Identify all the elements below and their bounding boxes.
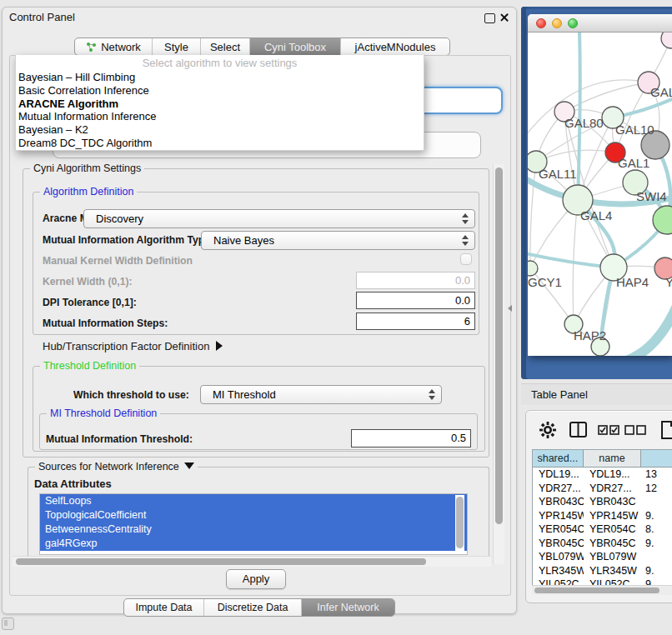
scrollbar-thumb[interactable] — [456, 497, 464, 548]
which-threshold-combo[interactable]: MI Threshold — [200, 385, 442, 404]
table-cell[interactable]: 9. — [642, 564, 672, 578]
network-window-titlebar[interactable] — [528, 14, 672, 32]
data-attributes-list[interactable]: SelfLoopsTopologicalCoefficientBetweenne… — [39, 493, 468, 555]
hub-definition-toggle[interactable]: Hub/Transcription Factor Definition — [43, 340, 223, 352]
mi-steps-field[interactable]: 6 — [356, 312, 475, 330]
table-cell[interactable]: 9. — [642, 509, 672, 523]
float-icon[interactable] — [484, 13, 495, 23]
table-cell[interactable]: YLR345W — [584, 564, 642, 578]
table-row[interactable]: YBL079WYBL079W — [533, 550, 672, 564]
algorithm-dropdown-popup: Select algorithm to view settings Bayesi… — [15, 55, 424, 151]
network-canvas[interactable]: GALGAL80GAL10GAL1GAL11SWI4GAL4GCY1HAP4YH… — [528, 32, 672, 356]
tab-jactivemnodules[interactable]: jActiveMNodules — [340, 38, 449, 55]
table-row[interactable]: YBR045CYBR045C9. — [533, 537, 672, 551]
settings-vertical-scrollbar[interactable] — [493, 164, 504, 564]
table-cell[interactable]: 8. — [642, 522, 672, 537]
table-cell[interactable] — [642, 550, 672, 564]
table-row[interactable]: YDL19...YDL19...13 — [533, 468, 672, 482]
tab-select[interactable]: Select — [200, 38, 249, 55]
group-title: Threshold Definition — [40, 360, 139, 372]
algorithm-option[interactable]: Mutual Information Inference — [16, 110, 424, 123]
node-topright[interactable] — [661, 32, 672, 48]
mi-steps-label: Mutual Information Steps: — [43, 318, 168, 329]
tab-label: Infer Network — [317, 602, 379, 613]
table-cell[interactable]: YDR27... — [533, 482, 584, 496]
tab-discretize-data[interactable]: Discretize Data — [203, 599, 301, 616]
table-cell[interactable]: YPR145W — [533, 509, 584, 523]
table-cell[interactable]: YBR045C — [533, 537, 584, 551]
gear-icon[interactable] — [539, 422, 556, 438]
table-cell[interactable] — [642, 495, 672, 509]
table-horizontal-scrollbar[interactable] — [532, 585, 672, 595]
tab-style[interactable]: Style — [152, 38, 200, 55]
algorithm-option[interactable]: Bayesian – Hill Climbing — [16, 71, 424, 84]
table-row[interactable]: YDR27...YDR27...12 — [533, 482, 672, 496]
table-cell[interactable]: YLR345W — [533, 564, 584, 578]
algorithm-option[interactable]: Bayesian – K2 — [16, 123, 424, 137]
panel-divider-arrow-icon[interactable] — [508, 305, 512, 312]
columns-icon[interactable] — [569, 422, 587, 438]
group-title: Cyni Algorithm Settings — [30, 162, 144, 174]
mi-type-combo[interactable]: Naive Bayes — [201, 231, 475, 250]
sources-toggle[interactable]: Sources for Network Inference — [35, 461, 198, 472]
dpi-tolerance-field[interactable]: 0.0 — [356, 292, 475, 309]
select-all-icon[interactable] — [598, 425, 619, 435]
aracne-mode-combo[interactable]: Discovery — [83, 209, 475, 228]
close-traffic-light-icon[interactable] — [536, 18, 546, 28]
algorithm-option[interactable]: Basic Correlation Inference — [16, 84, 424, 98]
tab-label: Cyni Toolbox — [264, 41, 326, 53]
attribute-item[interactable]: SelfLoops — [40, 494, 467, 508]
attribute-item[interactable]: gal4RGexp — [40, 537, 467, 551]
scrollbar-thumb[interactable] — [16, 558, 426, 565]
scrollbar-thumb[interactable] — [534, 588, 659, 593]
table-row[interactable]: YBR043CYBR043C — [533, 495, 672, 509]
zoom-traffic-light-icon[interactable] — [568, 18, 578, 28]
tab-impute-data[interactable]: Impute Data — [124, 599, 203, 616]
table-cell[interactable]: YBR045C — [584, 537, 642, 551]
settings-horizontal-scrollbar[interactable] — [13, 556, 491, 567]
tab-network[interactable]: Network — [75, 38, 152, 55]
table-cell[interactable]: 13 — [642, 468, 672, 482]
close-icon[interactable] — [499, 12, 509, 22]
algorithm-option[interactable]: Dream8 DC_TDC Algorithm — [16, 137, 424, 150]
apply-button[interactable]: Apply — [226, 569, 286, 589]
column-header[interactable]: shared... — [533, 450, 584, 468]
table-cell[interactable]: YDL19... — [533, 468, 584, 482]
table-cell[interactable]: YER054C — [584, 522, 642, 537]
tab-label: jActiveMNodules — [355, 41, 436, 53]
table-cell[interactable]: YBR043C — [584, 495, 642, 509]
collapsed-panel-icon[interactable] — [2, 618, 14, 630]
table-cell[interactable]: YDR27... — [584, 482, 642, 496]
table-cell[interactable]: 9. — [642, 537, 672, 551]
attributes-scrollbar[interactable] — [455, 495, 464, 552]
node-table: shared...name YDL19...YDL19...13YDR27...… — [532, 449, 672, 587]
table-cell[interactable]: YPR145W — [584, 509, 642, 523]
column-header[interactable]: name — [584, 450, 642, 468]
column-header[interactable] — [641, 450, 672, 468]
mi-threshold-field[interactable]: 0.5 — [351, 429, 471, 448]
tab-cyni-toolbox[interactable]: Cyni Toolbox — [249, 38, 340, 55]
table-cell[interactable]: 12 — [642, 482, 672, 496]
table-row[interactable]: YLR345WYLR345W9. — [533, 564, 672, 578]
attribute-item[interactable]: BetweennessCentrality — [40, 522, 467, 537]
attribute-item[interactable]: TopologicalCoefficient — [40, 508, 467, 522]
table-cell[interactable]: YBL079W — [584, 550, 642, 564]
table-cell[interactable]: YBL079W — [533, 550, 584, 564]
file-icon[interactable] — [661, 421, 672, 439]
node-gcy1[interactable] — [528, 261, 538, 276]
kernel-width-label: Kernel Width (0,1): — [43, 276, 133, 288]
table-row[interactable]: YER054CYER054C8. — [533, 522, 672, 537]
tab-infer-network[interactable]: Infer Network — [301, 599, 394, 616]
scrollbar-thumb[interactable] — [495, 168, 503, 524]
minimize-traffic-light-icon[interactable] — [552, 18, 562, 28]
table-cell[interactable]: YBR043C — [533, 495, 584, 509]
node-green-right[interactable] — [653, 206, 672, 234]
clear-selection-icon[interactable] — [624, 425, 646, 435]
table-cell[interactable]: YDL19... — [584, 468, 642, 482]
algorithm-option[interactable]: ARACNE Algorithm — [16, 98, 424, 111]
table-row[interactable]: YPR145WYPR145W9. — [533, 509, 672, 523]
manual-kernel-checkbox[interactable] — [460, 253, 472, 265]
panel-title: Control Panel — [9, 11, 75, 23]
table-cell[interactable]: YER054C — [533, 522, 584, 537]
kernel-width-field[interactable]: 0.0 — [356, 272, 475, 289]
